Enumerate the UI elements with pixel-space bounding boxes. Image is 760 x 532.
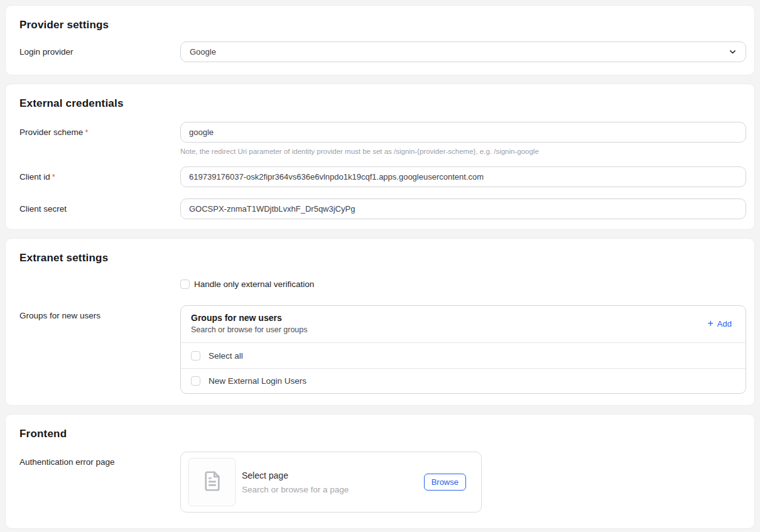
plus-icon: + [708, 319, 714, 328]
frontend-section: Frontend Authentication error page Selec… [5, 414, 755, 529]
document-icon [200, 469, 224, 496]
required-asterisk: * [85, 128, 88, 137]
client-secret-row: Client secret [19, 198, 746, 219]
select-all-label: Select all [209, 351, 243, 361]
add-group-button[interactable]: + Add [704, 318, 736, 330]
group-item-label: New External Login Users [209, 376, 307, 386]
client-id-row: Client id* [19, 166, 746, 187]
authentication-error-page-label: Authentication error page [19, 452, 180, 472]
page-thumbnail-placeholder [188, 458, 236, 506]
client-secret-input[interactable] [180, 198, 746, 219]
select-all-row: Select all [181, 343, 746, 368]
page-picker-subtitle: Search or browse for a page [242, 484, 349, 495]
provider-scheme-label: Provider scheme* [19, 122, 180, 143]
handle-only-external-verification-label: Handle only external verification [194, 280, 314, 289]
client-secret-label: Client secret [19, 198, 180, 219]
client-id-label: Client id* [19, 166, 180, 187]
add-group-button-label: Add [717, 319, 732, 328]
extranet-settings-section: Extranet settings Handle only external v… [5, 238, 755, 406]
section-title-frontend: Frontend [19, 427, 746, 441]
browse-page-button[interactable]: Browse [424, 474, 466, 491]
group-item-checkbox[interactable] [191, 376, 200, 386]
section-title-provider-settings: Provider settings [19, 18, 746, 32]
login-provider-select[interactable]: Google [180, 41, 746, 62]
page-picker-title: Select page [242, 470, 349, 481]
groups-picker-panel: Groups for new users Search or browse fo… [180, 305, 746, 394]
groups-panel-subtitle: Search or browse for user groups [191, 325, 308, 335]
chevron-down-icon [729, 48, 737, 56]
handle-only-external-verification-row: Handle only external verification [180, 278, 746, 290]
handle-only-external-verification-checkbox[interactable] [180, 280, 190, 289]
group-item-row: New External Login Users [181, 368, 746, 393]
section-title-external-credentials: External credentials [19, 97, 746, 111]
provider-settings-section: Provider settings Login provider Google [5, 5, 755, 75]
required-asterisk: * [52, 172, 55, 182]
login-provider-row: Login provider Google [19, 41, 746, 62]
select-all-checkbox[interactable] [191, 351, 200, 361]
authentication-error-page-row: Authentication error page Select page Se… [19, 452, 746, 513]
provider-scheme-row: Provider scheme* Note, the redirect Uri … [19, 122, 746, 156]
section-title-extranet-settings: Extranet settings [19, 251, 746, 265]
groups-panel-header: Groups for new users Search or browse fo… [181, 306, 746, 343]
external-credentials-section: External credentials Provider scheme* No… [5, 84, 755, 230]
client-id-input[interactable] [180, 166, 746, 187]
groups-for-new-users-label: Groups for new users [19, 305, 180, 326]
provider-scheme-note: Note, the redirect Uri parameter of iden… [180, 147, 746, 156]
groups-panel-title: Groups for new users [191, 312, 308, 323]
provider-scheme-input[interactable] [180, 122, 746, 143]
page-picker-card: Select page Search or browse for a page … [180, 452, 482, 513]
login-provider-selected-value: Google [190, 47, 216, 57]
groups-for-new-users-row: Groups for new users Groups for new user… [19, 305, 746, 394]
login-provider-label: Login provider [19, 41, 180, 62]
